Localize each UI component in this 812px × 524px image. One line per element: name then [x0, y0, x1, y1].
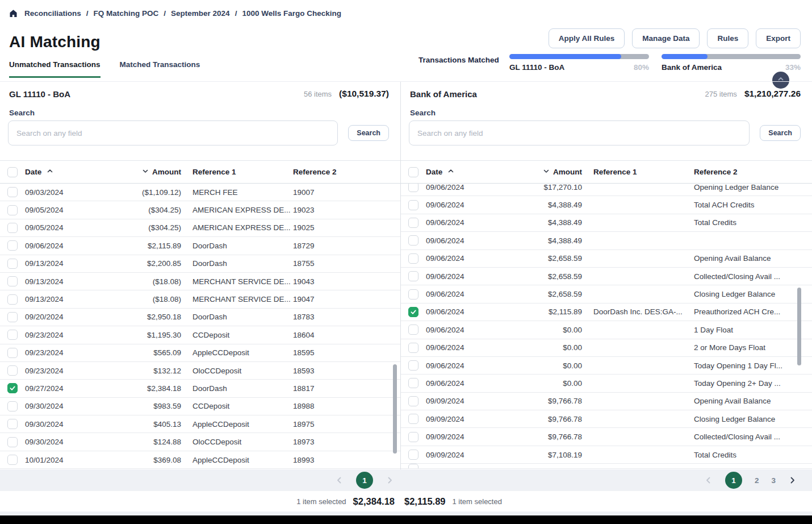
table-row[interactable]: 10/01/2024 $369.08 AppleCCDeposit 18993	[0, 451, 400, 469]
bank-col-date[interactable]: Date	[426, 168, 442, 176]
row-checkbox[interactable]	[408, 253, 418, 264]
table-row[interactable]: 09/06/2024 $4,388.49 Total ACH Credits	[401, 196, 812, 214]
row-checkbox[interactable]	[7, 240, 18, 251]
table-row[interactable]: 09/06/2024 $4,388.49	[401, 232, 812, 249]
gl-col-date[interactable]: Date	[25, 168, 41, 176]
table-row[interactable]: 09/13/2024 ($18.08) MERCHANT SERVICE DE.…	[0, 290, 400, 308]
tab-unmatched-transactions[interactable]: Unmatched Transactions	[9, 60, 101, 78]
table-row[interactable]: 09/06/2024 $2,658.59 Collected/Closing A…	[401, 268, 812, 285]
table-row[interactable]: 09/06/2024 $2,658.59 Closing Ledger Bala…	[401, 285, 812, 303]
row-checkbox[interactable]	[408, 450, 418, 460]
bank-table-scrollbar[interactable]	[797, 288, 801, 365]
table-row[interactable]: 09/27/2024 $2,384.18 DoorDash 18817	[0, 380, 400, 397]
table-row[interactable]: 09/13/2024 ($18.08) MERCHANT SERVICE DE.…	[0, 273, 400, 290]
breadcrumb-item[interactable]: 1000 Wells Fargo Checking	[242, 9, 341, 18]
row-checkbox[interactable]	[408, 432, 418, 442]
row-checkbox[interactable]	[408, 414, 418, 424]
table-row[interactable]: 09/09/2024 $7,108.19 Total Credits	[401, 446, 812, 464]
table-row[interactable]: 09/06/2024 $0.00 Today Opening 2+ Day ..…	[401, 375, 812, 392]
tab-matched-transactions[interactable]: Matched Transactions	[120, 60, 200, 78]
table-row[interactable]: 09/06/2024 $4,388.49 Total Credits	[401, 214, 812, 232]
pagination-prev-icon[interactable]	[336, 476, 344, 484]
bank-search-button[interactable]: Search	[760, 125, 801, 141]
row-checkbox[interactable]	[7, 187, 18, 197]
gl-col-amount[interactable]: Amount	[152, 168, 181, 176]
row-checkbox[interactable]	[408, 307, 418, 317]
table-row[interactable]: 09/05/2024 ($304.25) AMERICAN EXPRESS DE…	[0, 201, 400, 219]
row-checkbox[interactable]	[7, 401, 18, 411]
row-checkbox[interactable]	[7, 365, 18, 376]
pagination-next-icon[interactable]	[788, 476, 796, 484]
row-checkbox[interactable]	[7, 419, 18, 429]
row-checkbox[interactable]	[7, 276, 18, 286]
pagination-page-1[interactable]: 1	[725, 472, 742, 489]
row-checkbox[interactable]	[7, 294, 18, 305]
gl-table-scrollbar[interactable]	[393, 364, 397, 454]
table-row[interactable]: 09/09/2024 $9,766.78 Closing Ledger Bala…	[401, 410, 812, 428]
table-row[interactable]: 09/03/2024 ($1,109.12) MERCH FEE 19007	[0, 184, 400, 201]
gl-search-input[interactable]	[8, 120, 338, 145]
table-row[interactable]: 09/13/2024 $2,200.85 DoorDash 18755	[0, 255, 400, 273]
row-checkbox[interactable]	[408, 289, 418, 300]
gl-select-all-checkbox[interactable]	[7, 167, 18, 177]
sort-asc-icon[interactable]	[447, 168, 454, 176]
table-row[interactable]: 09/09/2024 $9,766.78 Opening Avail Balan…	[401, 393, 812, 410]
breadcrumb-item[interactable]: Reconciliations	[24, 9, 81, 18]
table-row[interactable]: 09/06/2024 $0.00 1 Day Float	[401, 321, 812, 339]
row-checkbox[interactable]	[408, 325, 418, 335]
bank-select-all-checkbox[interactable]	[408, 167, 418, 177]
rules-button[interactable]: Rules	[707, 28, 748, 48]
sort-desc-icon[interactable]	[543, 168, 550, 176]
bank-col-amount[interactable]: Amount	[553, 168, 582, 176]
bank-search-input[interactable]	[409, 120, 750, 145]
gl-col-ref1[interactable]: Reference 1	[181, 168, 292, 176]
home-icon[interactable]	[9, 9, 18, 18]
row-checkbox[interactable]	[7, 348, 18, 358]
row-checkbox[interactable]	[408, 235, 418, 246]
row-checkbox[interactable]	[408, 378, 418, 388]
sort-desc-icon[interactable]	[142, 168, 149, 176]
table-row[interactable]: 09/23/2024 $1,195.30 CCDeposit 18604	[0, 326, 400, 344]
export-button[interactable]: Export	[756, 28, 801, 48]
pagination-prev-icon[interactable]	[705, 476, 713, 484]
pagination-next-icon[interactable]	[386, 476, 394, 484]
manage-data-button[interactable]: Manage Data	[632, 28, 700, 48]
row-checkbox[interactable]	[7, 437, 18, 447]
table-row[interactable]: 09/06/2024 $2,658.59 Opening Avail Balan…	[401, 250, 812, 268]
table-row[interactable]: 09/30/2024 $405.13 AppleCCDeposit 18975	[0, 415, 400, 433]
table-row[interactable]: 09/09/2024 $9,766.78 Collected/Closing A…	[401, 428, 812, 446]
table-row[interactable]: 09/30/2024 $124.88 OloCCDeposit 18973	[0, 433, 400, 451]
table-row[interactable]: 09/23/2024 $565.09 AppleCCDeposit 18595	[0, 344, 400, 362]
table-row[interactable]: 09/06/2024 $0.00 Today Opening 1 Day Fl.…	[401, 357, 812, 375]
row-checkbox[interactable]	[408, 343, 418, 353]
row-checkbox[interactable]	[408, 360, 418, 371]
row-checkbox[interactable]	[7, 205, 18, 215]
gl-search-button[interactable]: Search	[348, 125, 389, 141]
row-checkbox[interactable]	[408, 271, 418, 281]
pagination-page-1[interactable]: 1	[356, 472, 373, 489]
row-checkbox[interactable]	[408, 218, 418, 228]
sort-asc-icon[interactable]	[47, 168, 53, 176]
table-row[interactable]: 09/23/2024 $132.12 OloCCDeposit 18593	[0, 362, 400, 380]
table-row[interactable]: 09/06/2024 $2,115.89 DoorDash Inc. DES:G…	[401, 303, 812, 321]
row-checkbox[interactable]	[7, 455, 18, 465]
row-checkbox[interactable]	[408, 184, 418, 192]
table-row[interactable]: 09/06/2024 $17,270.10 Opening Ledger Bal…	[401, 184, 812, 196]
row-checkbox[interactable]	[408, 200, 418, 210]
table-row[interactable]: 09/20/2024 $2,950.18 DoorDash 18783	[0, 309, 400, 326]
row-checkbox[interactable]	[7, 312, 18, 322]
bank-col-ref1[interactable]: Reference 1	[582, 168, 693, 176]
pagination-page-2[interactable]: 2	[755, 476, 759, 485]
apply-all-rules-button[interactable]: Apply All Rules	[549, 28, 625, 48]
row-checkbox[interactable]	[408, 396, 418, 406]
pagination-page-3[interactable]: 3	[771, 476, 776, 485]
row-checkbox[interactable]	[7, 330, 18, 340]
table-row[interactable]: 09/05/2024 ($304.25) AMERICAN EXPRESS DE…	[0, 219, 400, 237]
row-checkbox[interactable]	[7, 223, 18, 233]
gl-col-ref2[interactable]: Reference 2	[292, 168, 400, 176]
breadcrumb-item[interactable]: September 2024	[171, 9, 230, 18]
row-checkbox[interactable]	[7, 259, 18, 269]
breadcrumb-item[interactable]: FQ Matching POC	[94, 9, 159, 18]
table-row[interactable]: 09/06/2024 $0.00 2 or More Days Float	[401, 339, 812, 357]
row-checkbox[interactable]	[7, 383, 18, 393]
